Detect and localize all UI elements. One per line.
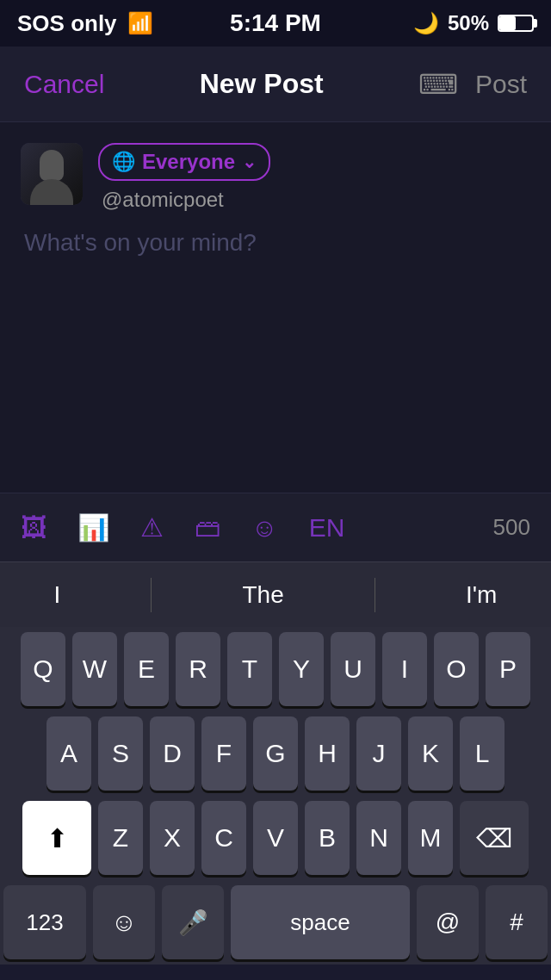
key-k[interactable]: K bbox=[408, 716, 453, 791]
key-v[interactable]: V bbox=[253, 801, 298, 875]
key-e[interactable]: E bbox=[124, 632, 169, 706]
key-t[interactable]: T bbox=[227, 632, 272, 706]
key-s[interactable]: S bbox=[98, 716, 143, 791]
compose-area: 🌐 Everyone ⌄ @atomicpoet What's on your … bbox=[0, 122, 551, 493]
chart-icon[interactable]: 📊 bbox=[77, 512, 109, 543]
shift-key[interactable]: ⬆ bbox=[22, 801, 91, 875]
emoji-key[interactable]: ☺ bbox=[93, 885, 155, 959]
key-p[interactable]: P bbox=[486, 632, 530, 706]
autocomplete-word-1[interactable]: I bbox=[37, 581, 78, 609]
battery-fill bbox=[499, 16, 516, 30]
warning-icon[interactable]: ⚠ bbox=[140, 512, 164, 543]
mic-key[interactable]: 🎤 bbox=[162, 885, 224, 959]
key-m[interactable]: M bbox=[408, 801, 453, 875]
keyboard: Q W E R T Y U I O P A S D F G H J K L ⬆ … bbox=[0, 627, 551, 964]
at-key[interactable]: @ bbox=[417, 885, 479, 959]
key-o[interactable]: O bbox=[434, 632, 479, 706]
language-label[interactable]: EN bbox=[309, 513, 345, 543]
username-label: @atomicpoet bbox=[98, 188, 270, 212]
key-j[interactable]: J bbox=[356, 716, 401, 791]
post-button[interactable]: Post bbox=[475, 70, 527, 99]
key-h[interactable]: H bbox=[305, 716, 350, 791]
moon-icon: 🌙 bbox=[413, 11, 439, 35]
hash-key[interactable]: # bbox=[486, 885, 548, 959]
toolbar: 🖼 📊 ⚠ 🗃 ☺ EN 500 bbox=[0, 493, 551, 561]
key-z[interactable]: Z bbox=[98, 801, 143, 875]
globe-icon: 🌐 bbox=[112, 151, 135, 173]
battery-percent: 50% bbox=[448, 11, 489, 35]
key-b[interactable]: B bbox=[305, 801, 350, 875]
avatar-silhouette bbox=[21, 143, 83, 205]
key-f[interactable]: F bbox=[201, 716, 246, 791]
chevron-down-icon: ⌄ bbox=[242, 152, 257, 172]
keyboard-toggle-icon[interactable]: ⌨ bbox=[418, 68, 458, 101]
compose-placeholder[interactable]: What's on your mind? bbox=[21, 229, 530, 257]
status-right: 🌙 50% bbox=[413, 11, 534, 35]
space-key[interactable]: space bbox=[231, 885, 410, 959]
key-l[interactable]: L bbox=[460, 716, 505, 791]
key-u[interactable]: U bbox=[331, 632, 375, 706]
status-bar: SOS only 📶 5:14 PM 🌙 50% bbox=[0, 0, 551, 47]
key-q[interactable]: Q bbox=[21, 632, 65, 706]
key-c[interactable]: C bbox=[201, 801, 246, 875]
key-d[interactable]: D bbox=[150, 716, 195, 791]
keyboard-row-3: ⬆ Z X C V B N M ⌫ bbox=[0, 796, 551, 880]
autocomplete-divider-1 bbox=[151, 578, 152, 612]
wifi-icon: 📶 bbox=[127, 11, 153, 35]
toolbar-icons: 🖼 📊 ⚠ 🗃 ☺ EN bbox=[21, 512, 344, 543]
keyboard-row-bottom: 123 ☺ 🎤 space @ # bbox=[0, 880, 551, 964]
nav-bar: Cancel New Post ⌨ Post bbox=[0, 47, 551, 122]
keyboard-row-1: Q W E R T Y U I O P bbox=[0, 627, 551, 711]
autocomplete-word-2[interactable]: The bbox=[226, 581, 301, 609]
compose-meta: 🌐 Everyone ⌄ @atomicpoet bbox=[98, 143, 270, 212]
key-a[interactable]: A bbox=[46, 716, 91, 791]
archive-icon[interactable]: 🗃 bbox=[195, 513, 220, 543]
key-w[interactable]: W bbox=[72, 632, 117, 706]
autocomplete-bar: I The I'm bbox=[0, 561, 551, 627]
page-title: New Post bbox=[200, 68, 324, 100]
avatar bbox=[21, 143, 83, 205]
char-count: 500 bbox=[493, 514, 530, 541]
audience-label: Everyone bbox=[142, 150, 235, 174]
nav-right-actions: ⌨ Post bbox=[418, 68, 527, 101]
key-n[interactable]: N bbox=[356, 801, 401, 875]
backspace-key[interactable]: ⌫ bbox=[460, 801, 529, 875]
numbers-key[interactable]: 123 bbox=[3, 885, 86, 959]
battery-icon bbox=[498, 15, 534, 32]
key-g[interactable]: G bbox=[253, 716, 298, 791]
avatar-image bbox=[21, 143, 83, 205]
keyboard-row-2: A S D F G H J K L bbox=[0, 711, 551, 796]
emoji-icon[interactable]: ☺ bbox=[251, 513, 278, 543]
cancel-button[interactable]: Cancel bbox=[24, 70, 104, 99]
compose-header: 🌐 Everyone ⌄ @atomicpoet bbox=[21, 143, 530, 212]
audience-selector[interactable]: 🌐 Everyone ⌄ bbox=[98, 143, 270, 181]
photo-icon[interactable]: 🖼 bbox=[21, 513, 46, 543]
key-r[interactable]: R bbox=[176, 632, 220, 706]
status-time: 5:14 PM bbox=[230, 9, 321, 37]
key-y[interactable]: Y bbox=[279, 632, 324, 706]
autocomplete-divider-2 bbox=[375, 578, 375, 612]
key-x[interactable]: X bbox=[150, 801, 195, 875]
sos-text: SOS only bbox=[17, 10, 117, 37]
autocomplete-word-3[interactable]: I'm bbox=[449, 581, 514, 609]
status-left: SOS only 📶 bbox=[17, 10, 153, 37]
key-i[interactable]: I bbox=[382, 632, 427, 706]
